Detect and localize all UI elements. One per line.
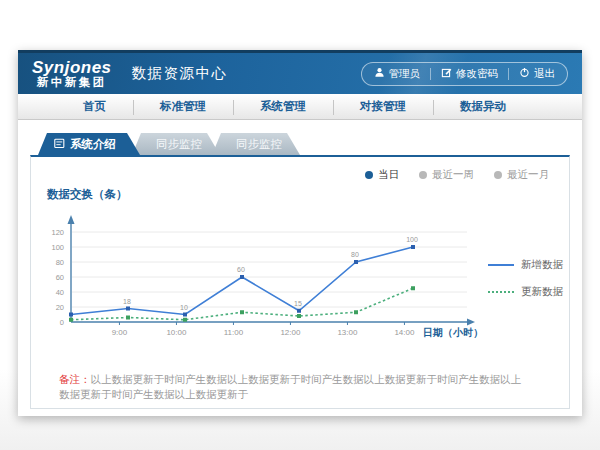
change-password-label: 修改密码: [456, 67, 498, 81]
brand-logo[interactable]: Synjones 新中新集团: [32, 59, 112, 89]
svg-text:15: 15: [294, 300, 302, 307]
power-icon: [519, 67, 530, 80]
svg-text:120: 120: [51, 228, 64, 237]
change-password-button[interactable]: 修改密码: [441, 67, 498, 81]
filter-label: 最近一月: [507, 168, 549, 182]
svg-text:9:00: 9:00: [112, 328, 128, 337]
legend-label: 新增数据: [521, 258, 563, 272]
toolbar-divider: [430, 68, 431, 80]
time-range-filters: 当日 最近一周 最近一月: [365, 168, 549, 182]
chart-legend: 新增数据 更新数据: [488, 258, 563, 299]
svg-text:18: 18: [123, 298, 131, 305]
tab-label: 同步监控: [156, 137, 202, 152]
tab-system-intro[interactable]: 系统介绍: [38, 133, 140, 155]
tab-label: 同步监控: [236, 137, 282, 152]
tab-sync-monitor-2[interactable]: 同步监控: [212, 133, 300, 155]
toolbar-divider: [508, 68, 509, 80]
svg-text:10: 10: [180, 304, 188, 311]
page-background: Synjones 新中新集团 数据资源中心 管理员 修改密码 退出: [0, 0, 600, 450]
svg-text:80: 80: [351, 251, 359, 258]
svg-text:40: 40: [56, 288, 64, 297]
nav-item-system-mgmt[interactable]: 系统管理: [233, 99, 333, 114]
nav-item-data-change[interactable]: 数据异动: [433, 99, 533, 114]
logout-button[interactable]: 退出: [519, 67, 555, 81]
app-header: Synjones 新中新集团 数据资源中心 管理员 修改密码 退出: [18, 50, 582, 94]
logout-label: 退出: [534, 67, 555, 81]
filter-last-week[interactable]: 最近一周: [419, 168, 474, 182]
user-menu-label: 管理员: [389, 67, 421, 81]
user-icon: [374, 67, 385, 80]
nav-item-standard-mgmt[interactable]: 标准管理: [133, 99, 233, 114]
svg-text:100: 100: [51, 243, 64, 252]
svg-text:11:00: 11:00: [224, 328, 244, 337]
radio-dot-icon: [419, 171, 427, 179]
dotted-line-swatch-icon: [488, 291, 514, 293]
svg-text:0: 0: [60, 318, 64, 327]
y-axis-title: 数据交换（条）: [47, 187, 569, 202]
solid-line-swatch-icon: [488, 264, 514, 266]
user-menu-button[interactable]: 管理员: [374, 67, 421, 81]
legend-item-updated-data[interactable]: 更新数据: [488, 285, 563, 299]
brand-logo-en: Synjones: [32, 59, 112, 77]
main-nav: 首页 标准管理 系统管理 对接管理 数据异动: [18, 94, 582, 120]
radio-dot-icon: [365, 171, 373, 179]
app-window: Synjones 新中新集团 数据资源中心 管理员 修改密码 退出: [18, 50, 582, 416]
edit-icon: [441, 67, 452, 80]
filter-today[interactable]: 当日: [365, 168, 399, 182]
radio-dot-icon: [494, 171, 502, 179]
svg-text:12:00: 12:00: [280, 328, 301, 337]
tab-sync-monitor-1[interactable]: 同步监控: [132, 133, 220, 155]
svg-text:14:00: 14:00: [394, 328, 415, 337]
nav-item-integration-mgmt[interactable]: 对接管理: [333, 99, 433, 114]
svg-text:日期（小时）: 日期（小时）: [423, 327, 483, 338]
user-toolbar: 管理员 修改密码 退出: [361, 62, 569, 86]
legend-item-new-data[interactable]: 新增数据: [488, 258, 563, 272]
svg-text:100: 100: [406, 236, 418, 243]
svg-text:20: 20: [56, 303, 64, 312]
svg-text:13:00: 13:00: [337, 328, 358, 337]
content-area: 系统介绍 同步监控 同步监控 当日 最近一周: [18, 120, 582, 409]
svg-text:60: 60: [237, 266, 245, 273]
nav-item-home[interactable]: 首页: [56, 99, 133, 114]
footnote: 备注：以上数据更新于时间产生数据以上数据更新于时间产生数据以上数据更新于时间产生…: [59, 372, 531, 401]
svg-text:60: 60: [56, 273, 64, 282]
footnote-text: 以上数据更新于时间产生数据以上数据更新于时间产生数据以上数据更新于时间产生数据以…: [59, 373, 521, 400]
filter-label: 最近一周: [432, 168, 474, 182]
svg-text:80: 80: [56, 258, 64, 267]
content-panel: 当日 最近一周 最近一月 数据交换（条） 0204060801001209:00…: [30, 155, 570, 409]
footnote-prefix: 备注：: [59, 373, 91, 385]
form-icon: [54, 138, 65, 151]
brand-logo-cn: 新中新集团: [32, 76, 112, 88]
filter-last-month[interactable]: 最近一月: [494, 168, 549, 182]
svg-text:10:00: 10:00: [166, 328, 187, 337]
tab-label: 系统介绍: [70, 137, 116, 152]
chart-block: 0204060801001209:0010:0011:0012:0013:001…: [31, 202, 569, 352]
app-title: 数据资源中心: [132, 64, 228, 83]
filter-label: 当日: [378, 168, 399, 182]
legend-label: 更新数据: [521, 285, 563, 299]
tab-bar: 系统介绍 同步监控 同步监控: [38, 133, 570, 155]
data-exchange-line-chart: 0204060801001209:0010:0011:0012:0013:001…: [31, 202, 486, 352]
